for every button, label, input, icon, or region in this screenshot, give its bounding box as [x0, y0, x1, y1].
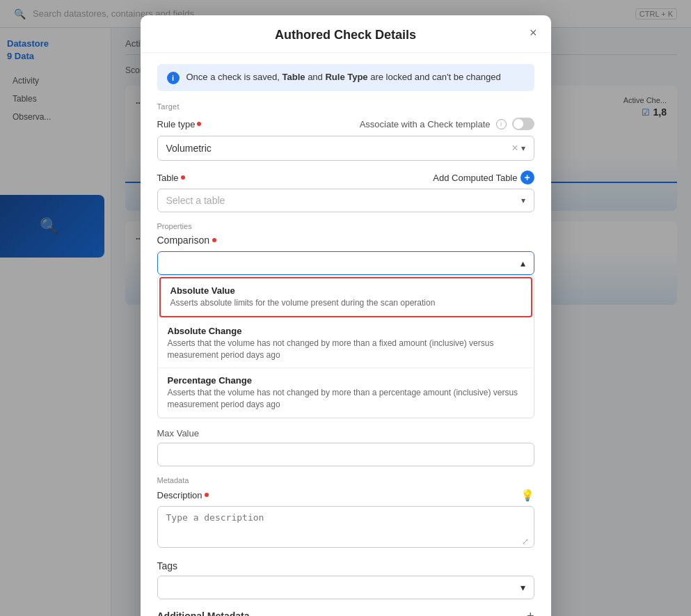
rule-type-value: Volumetric — [166, 143, 512, 154]
associate-toggle[interactable] — [512, 118, 534, 130]
tags-caret-icon[interactable]: ▾ — [521, 582, 525, 593]
info-icon: i — [167, 72, 180, 84]
table-required — [181, 175, 185, 180]
additional-metadata-row: Additional Metadata + — [157, 609, 534, 616]
comparison-label: Comparison — [157, 235, 534, 246]
table-select[interactable]: Select a table ▾ — [157, 189, 534, 212]
associate-info-icon: i — [496, 119, 507, 129]
description-textarea[interactable] — [157, 506, 534, 548]
description-required — [205, 493, 209, 497]
properties-label: Properties — [157, 222, 534, 230]
target-section-label: Target — [157, 102, 534, 111]
rule-type-required — [197, 122, 201, 126]
modal-dialog: Authored Check Details × i Once a check … — [141, 15, 551, 616]
option-absolute-value-title: Absolute Value — [170, 285, 521, 296]
comparison-caret-icon[interactable]: ▴ — [521, 258, 525, 269]
max-value-label: Max Value — [157, 428, 534, 439]
comparison-select[interactable]: ▴ — [157, 251, 534, 275]
modal-body: i Once a check is saved, Table and Rule … — [141, 53, 551, 616]
info-text: Once a check is saved, Table and Rule Ty… — [186, 71, 501, 84]
table-row-header: Table Add Computed Table + — [157, 171, 534, 184]
table-caret-icon[interactable]: ▾ — [521, 196, 525, 205]
rule-type-row: Rule type Associate with a Check templat… — [157, 118, 534, 130]
modal-title: Authored Check Details — [275, 28, 416, 42]
associate-toggle-row: Associate with a Check template i — [360, 118, 534, 130]
metadata-section-label: Metadata — [157, 476, 534, 484]
description-bulb-icon[interactable]: 💡 — [521, 489, 534, 502]
option-percentage-change-title: Percentage Change — [168, 375, 524, 386]
add-computed-table-button[interactable]: Add Computed Table + — [433, 171, 534, 184]
additional-metadata-title: Additional Metadata — [157, 610, 250, 616]
option-absolute-change-desc: Asserts that the volume has not changed … — [168, 338, 524, 361]
modal-header: Authored Check Details × — [141, 15, 551, 53]
comparison-dropdown-options: Absolute Value Asserts absolute limits f… — [157, 275, 534, 418]
description-expand-icon[interactable]: ⤢ — [522, 537, 529, 546]
info-banner: i Once a check is saved, Table and Rule … — [157, 64, 534, 91]
associate-label: Associate with a Check template — [360, 119, 491, 129]
tags-select[interactable]: ▾ — [157, 576, 534, 599]
rule-type-label: Rule type — [157, 119, 202, 129]
description-label: Description — [157, 490, 209, 500]
table-placeholder: Select a table — [166, 195, 521, 206]
option-absolute-value[interactable]: Absolute Value Asserts absolute limits f… — [159, 277, 532, 317]
additional-metadata-plus-icon[interactable]: + — [527, 609, 534, 616]
option-absolute-change[interactable]: Absolute Change Asserts that the volume … — [158, 319, 534, 369]
modal-close-button[interactable]: × — [530, 26, 537, 39]
description-row: Description 💡 — [157, 489, 534, 502]
table-label: Table — [157, 173, 185, 183]
rule-type-clear-icon[interactable]: × — [511, 142, 518, 155]
add-computed-table-icon: + — [521, 171, 534, 184]
max-value-input[interactable] — [157, 443, 534, 466]
option-absolute-change-title: Absolute Change — [168, 326, 524, 336]
comparison-required — [212, 238, 216, 242]
option-percentage-change-desc: Asserts that the volume has not changed … — [168, 387, 524, 411]
option-absolute-value-desc: Asserts absolute limits for the volume p… — [170, 297, 521, 309]
description-textarea-wrap: ⤢ — [157, 506, 534, 551]
option-percentage-change[interactable]: Percentage Change Asserts that the volum… — [158, 368, 534, 418]
rule-type-select[interactable]: Volumetric × ▾ — [157, 136, 534, 161]
add-computed-table-label: Add Computed Table — [433, 173, 517, 183]
rule-type-caret-icon[interactable]: ▾ — [521, 143, 525, 153]
tags-label: Tags — [157, 560, 534, 571]
